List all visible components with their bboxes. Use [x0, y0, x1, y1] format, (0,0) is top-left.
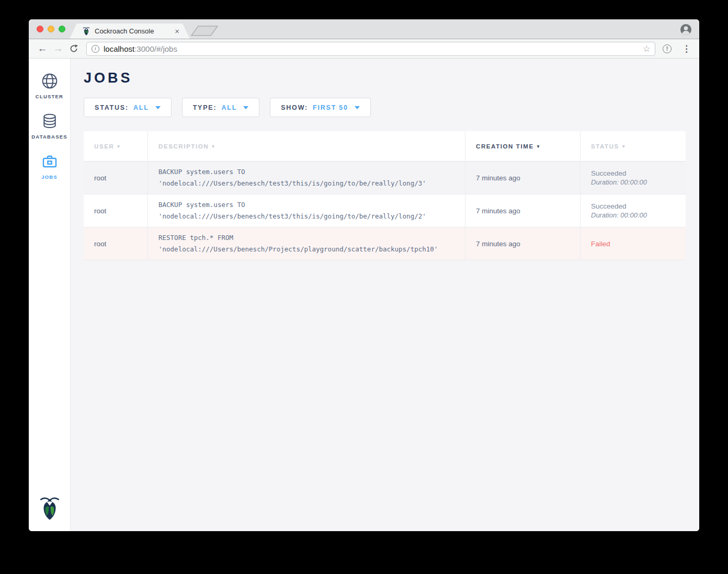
filter-bar: STATUS: ALL TYPE: ALL SHOW: FIRST 50: [84, 98, 686, 117]
column-header-label: STATUS: [591, 143, 619, 150]
bookmark-star-icon[interactable]: ☆: [643, 43, 651, 54]
creation-time-cell: 7 minutes ago: [465, 162, 581, 194]
description-line: 'nodelocal:///Users/benesch/Projects/pla…: [158, 244, 457, 255]
user-cell: root: [84, 162, 148, 194]
status-cell: Succeeded Duration: 00:00:00: [581, 162, 686, 194]
status-cell: Succeeded Duration: 00:00:00: [581, 194, 686, 227]
briefcase-icon: [41, 153, 58, 170]
extension-icon[interactable]: !: [663, 44, 672, 53]
description-cell: BACKUP system.users TO 'nodelocal:///Use…: [148, 194, 465, 227]
close-window-button[interactable]: [37, 26, 43, 32]
sort-arrow-icon: ▾: [117, 144, 120, 149]
jobs-table: USER ▾ DESCRIPTION ▾ CREATION TIME ▾ STA…: [84, 131, 686, 260]
filter-label: STATUS:: [95, 104, 129, 111]
new-tab-button[interactable]: [191, 26, 218, 38]
status-text: Failed: [591, 240, 677, 248]
description-line: BACKUP system.users TO: [158, 166, 457, 178]
window-controls: [37, 26, 65, 32]
url-host: localhost: [104, 44, 134, 53]
page-title: JOBS: [84, 70, 686, 86]
app-body: CLUSTER DATABASES: [29, 59, 699, 531]
chevron-down-icon: [155, 106, 161, 109]
description-line: RESTORE tpch.* FROM: [158, 232, 457, 244]
chevron-down-icon: [355, 106, 360, 109]
browser-toolbar: ← → i localhost:3000/#/jobs ☆ ! ⋮: [29, 39, 699, 59]
status-filter-dropdown[interactable]: STATUS: ALL: [84, 98, 172, 117]
description-line: BACKUP system.users TO: [158, 199, 457, 211]
filter-value: ALL: [133, 104, 149, 111]
browser-menu-icon[interactable]: ⋮: [680, 43, 693, 54]
description-cell: RESTORE tpch.* FROM 'nodelocal:///Users/…: [148, 227, 465, 260]
description-line: 'nodelocal:///Users/benesch/test3/this/i…: [158, 178, 457, 189]
column-header-creation-time[interactable]: CREATION TIME ▾: [465, 131, 581, 161]
cockroach-logo: [39, 496, 61, 523]
forward-icon: →: [52, 43, 64, 54]
table-row[interactable]: root RESTORE tpch.* FROM 'nodelocal:///U…: [84, 227, 686, 260]
profile-avatar-icon[interactable]: [680, 24, 692, 38]
type-filter-dropdown[interactable]: TYPE: ALL: [182, 98, 260, 117]
sidebar-item-label: CLUSTER: [36, 94, 63, 99]
sidebar: CLUSTER DATABASES: [29, 59, 71, 531]
column-header-label: USER: [94, 143, 114, 150]
sidebar-item-jobs[interactable]: JOBS: [29, 146, 70, 187]
chevron-down-icon: [243, 106, 248, 109]
sort-arrow-icon: ▾: [212, 144, 215, 149]
table-row[interactable]: root BACKUP system.users TO 'nodelocal:/…: [84, 162, 686, 194]
user-cell: root: [84, 227, 148, 260]
tab-title: Cockroach Console: [95, 27, 170, 35]
globe-icon: [41, 73, 58, 89]
filter-label: SHOW:: [281, 104, 308, 111]
table-row[interactable]: root BACKUP system.users TO 'nodelocal:/…: [84, 194, 686, 227]
tab-strip: Cockroach Console ×: [29, 19, 699, 39]
url-path: :3000/#/jobs: [134, 44, 177, 53]
filter-value: FIRST 50: [313, 104, 348, 111]
close-tab-icon[interactable]: ×: [175, 27, 179, 35]
back-icon[interactable]: ←: [36, 43, 49, 54]
status-cell: Failed: [581, 227, 686, 260]
sidebar-item-cluster[interactable]: CLUSTER: [29, 66, 70, 106]
description-line: 'nodelocal:///Users/benesch/test3/this/i…: [158, 211, 457, 222]
table-header-row: USER ▾ DESCRIPTION ▾ CREATION TIME ▾ STA…: [84, 131, 686, 162]
sidebar-item-label: DATABASES: [31, 134, 67, 140]
address-bar[interactable]: i localhost:3000/#/jobs ☆: [86, 42, 655, 56]
page-info-icon[interactable]: i: [92, 45, 99, 53]
favicon-cockroach-icon: [82, 27, 90, 36]
status-duration: Duration: 00:00:00: [591, 178, 677, 186]
column-header-description[interactable]: DESCRIPTION ▾: [148, 131, 465, 161]
filter-value: ALL: [221, 104, 237, 111]
main-content: JOBS STATUS: ALL TYPE: ALL SHOW: FIRST 5…: [71, 59, 699, 531]
sort-arrow-icon: ▾: [537, 144, 540, 149]
column-header-user[interactable]: USER ▾: [84, 131, 148, 161]
reload-icon[interactable]: [67, 44, 80, 53]
sidebar-item-label: JOBS: [41, 174, 58, 180]
status-text: Succeeded: [591, 169, 677, 177]
description-cell: BACKUP system.users TO 'nodelocal:///Use…: [148, 162, 465, 194]
minimize-window-button[interactable]: [48, 26, 54, 32]
show-filter-dropdown[interactable]: SHOW: FIRST 50: [270, 98, 371, 117]
sort-arrow-icon: ▾: [622, 144, 625, 149]
creation-time-cell: 7 minutes ago: [465, 194, 581, 227]
url-text[interactable]: localhost:3000/#/jobs: [104, 44, 639, 53]
user-cell: root: [84, 194, 148, 227]
status-duration: Duration: 00:00:00: [591, 211, 677, 219]
database-icon: [41, 113, 58, 130]
sidebar-item-databases[interactable]: DATABASES: [29, 106, 70, 146]
status-text: Succeeded: [591, 202, 677, 210]
filter-label: TYPE:: [193, 104, 217, 111]
column-header-label: CREATION TIME: [476, 143, 534, 150]
column-header-status[interactable]: STATUS ▾: [581, 131, 686, 161]
browser-window: Cockroach Console × ← → i localhost:3000…: [29, 19, 699, 531]
browser-tab[interactable]: Cockroach Console ×: [70, 24, 190, 39]
column-header-label: DESCRIPTION: [158, 143, 209, 150]
creation-time-cell: 7 minutes ago: [465, 227, 581, 260]
zoom-window-button[interactable]: [59, 26, 65, 32]
